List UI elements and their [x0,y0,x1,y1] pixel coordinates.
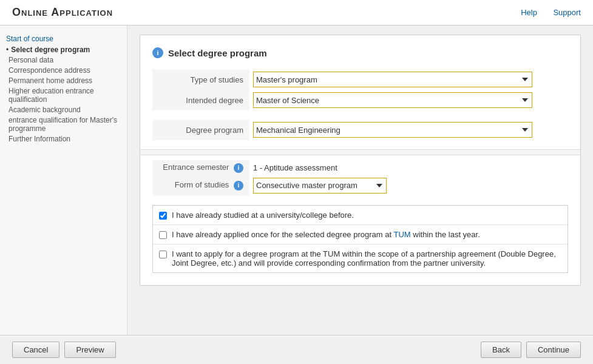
footer-right: Back Continue [481,342,581,358]
form-of-studies-label: Form of studies [175,180,229,189]
entrance-semester-table: Entrance semester i 1 - Aptitude assessm… [152,160,568,196]
form-of-studies-row: Form of studies i Consecutive master pro… [152,175,568,196]
help-separator [541,8,545,17]
sidebar-item-permanent-home-address: Permanent home address [6,76,121,85]
bullet-icon: • [6,46,8,54]
checkbox-row-3: I want to apply for a degree program at … [153,244,568,272]
degree-program-row: Degree program Mechanical Engineering Co… [152,120,568,140]
checkbox-2-label: I have already applied once for the sele… [172,230,480,239]
footer-left: Cancel Preview [12,342,116,358]
tum-link[interactable]: TUM [393,230,410,239]
checkbox-2-pre: I have already applied once for the sele… [172,230,393,239]
entrance-semester-label: Entrance semester [163,163,229,172]
checkbox-3-label[interactable]: I want to apply for a degree program at … [172,249,561,268]
sidebar-item-personal-data: Personal data [6,56,121,64]
form-of-studies-cell: Consecutive master program Non-consecuti… [249,175,568,196]
panel-info-icon: i [152,47,163,58]
type-of-studies-label: Type of studies [152,69,249,90]
sidebar-item-entrance-qualification: entrance qualification for Master'sprogr… [6,116,121,133]
app-title: Online Application [12,6,113,19]
degree-program-label: Degree program [152,120,249,140]
sidebar-item-academic-background: Academic background [6,106,121,114]
entrance-semester-value-cell: 1 - Aptitude assessment [249,160,568,175]
form-fields-table: Type of studies Master's program Bachelo… [152,69,568,110]
entrance-semester-label-cell: Entrance semester i [152,160,249,175]
support-link[interactable]: Support [553,8,581,17]
entrance-semester-row: Entrance semester i 1 - Aptitude assessm… [152,160,568,175]
sidebar-item-select-degree-program: • Select degree program [6,46,121,54]
back-button[interactable]: Back [481,342,521,358]
checkbox-1-label[interactable]: I have already studied at a university/c… [172,211,354,220]
sidebar-item-further-information: Further Information [6,135,121,143]
footer: Cancel Preview Back Continue [0,335,593,364]
type-of-studies-cell: Master's program Bachelor's program PhD … [249,69,568,90]
checkbox-2[interactable] [159,231,167,239]
form-panel: i Select degree program Type of studies … [140,35,581,286]
type-of-studies-row: Type of studies Master's program Bachelo… [152,69,568,90]
main-content: Start of course • Select degree program … [0,25,593,335]
continue-button[interactable]: Continue [526,342,581,358]
checkboxes-area: I have already studied at a university/c… [152,205,568,273]
section-divider [140,149,580,155]
degree-program-table: Degree program Mechanical Engineering Co… [152,120,568,140]
checkbox-3[interactable] [159,251,167,258]
checkbox-row-1: I have already studied at a university/c… [153,206,568,225]
sidebar: Start of course • Select degree program … [0,25,127,335]
checkbox-row-2: I have already applied once for the sele… [153,225,568,244]
checkbox-1[interactable] [159,212,167,220]
form-of-studies-label-cell: Form of studies i [152,175,249,196]
top-bar: Online Application Help Support [0,0,593,25]
panel-title-text: Select degree program [168,48,267,58]
panel-title: i Select degree program [152,47,568,58]
preview-button[interactable]: Preview [64,342,115,358]
sidebar-item-correspondence-address: Correspondence address [6,66,121,75]
intended-degree-cell: Master of Science Master of Arts Master … [249,90,568,110]
sidebar-item-start-of-course[interactable]: Start of course [6,35,121,43]
type-of-studies-select[interactable]: Master's program Bachelor's program PhD … [253,72,532,87]
entrance-semester-value: 1 - Aptitude assessment [253,163,337,172]
form-of-studies-select[interactable]: Consecutive master program Non-consecuti… [253,178,387,194]
intended-degree-label: Intended degree [152,90,249,110]
help-links: Help Support [516,8,581,17]
form-of-studies-info-icon[interactable]: i [234,181,243,190]
intended-degree-row: Intended degree Master of Science Master… [152,90,568,110]
help-link[interactable]: Help [521,8,537,17]
entrance-semester-info-icon[interactable]: i [234,163,243,173]
degree-program-cell: Mechanical Engineering Computer Science … [249,120,568,140]
sidebar-active-item-label: Select degree program [11,46,90,54]
degree-program-select[interactable]: Mechanical Engineering Computer Science … [253,122,532,138]
cancel-button[interactable]: Cancel [12,342,59,358]
form-area: i Select degree program Type of studies … [127,25,593,335]
sidebar-item-higher-education: Higher education entrancequalification [6,87,121,104]
checkbox-2-post: within the last year. [411,230,480,239]
intended-degree-select[interactable]: Master of Science Master of Arts Master … [253,92,532,108]
